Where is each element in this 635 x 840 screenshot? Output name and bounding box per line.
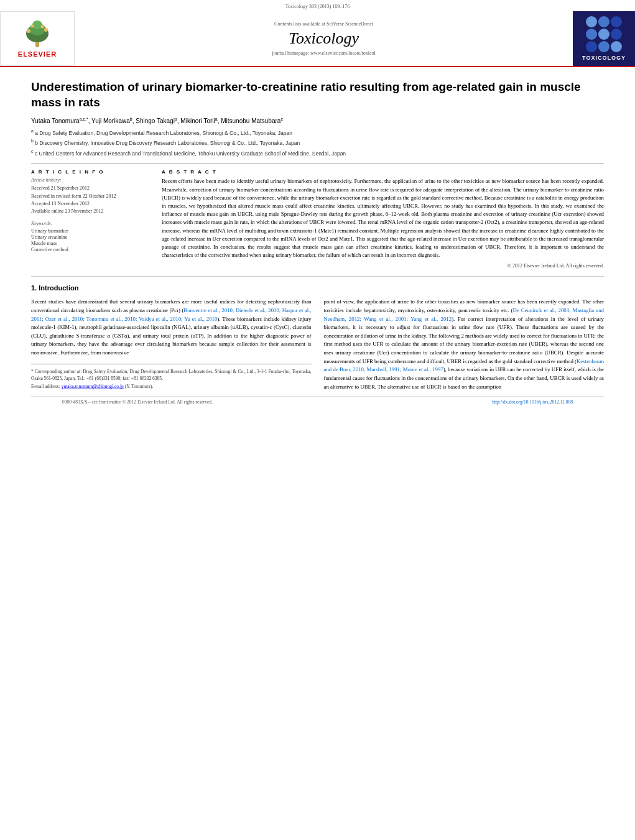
footer-bar: 0300-483X/$ – see front matter © 2012 El…: [31, 396, 604, 407]
tox-circle-4: [586, 29, 597, 40]
journal-title: Toxicology: [289, 29, 359, 48]
history-label: Article history:: [31, 177, 149, 183]
keyword-3: Muscle mass: [31, 241, 149, 246]
copyright-line: © 2012 Elsevier Ireland Ltd. All rights …: [162, 263, 604, 269]
tox-circle-9: [611, 41, 622, 52]
affiliations: a a Drug Safety Evaluation, Drug Develop…: [31, 128, 604, 158]
ref-deceuninck[interactable]: De Ceuninck et al., 2003; Mastaglia and …: [324, 307, 605, 322]
tox-circle-3: [611, 16, 622, 27]
svg-point-6: [31, 24, 34, 27]
email-link[interactable]: yutaka.tonomura@shionogi.co.jp: [62, 384, 124, 389]
page-wrapper: Toxicology 303 (2013) 169–176: [0, 0, 635, 420]
body-divider: [31, 276, 604, 277]
keyword-2: Urinary creatinine: [31, 234, 149, 240]
tox-circle-8: [598, 41, 610, 52]
author-takagi: Shingo Takagia,: [136, 118, 180, 124]
body-text-2: point of view, the application of urine …: [324, 298, 605, 391]
svg-point-7: [41, 25, 44, 28]
tox-logo-label: TOXICOLOGY: [582, 55, 626, 61]
received-date: Received 21 September 2012: [31, 185, 149, 192]
svg-point-5: [44, 28, 48, 32]
author-torii: Mikinori Toriia,: [180, 118, 221, 124]
footnotes: * Corresponding author at: Drug Safety E…: [31, 364, 312, 390]
affiliation-c: c c United Centers for Advanced Research…: [31, 149, 604, 158]
journal-header: Toxicology 303 (2013) 169–176: [0, 0, 635, 67]
body-two-col: Recent studies have demonstrated that se…: [31, 298, 604, 391]
info-abstract-cols: A R T I C L E I N F O Article history: R…: [31, 169, 604, 269]
toxicology-logo-box: TOXICOLOGY: [573, 11, 635, 66]
affiliation-b: b b Discovery Chemistry, Innovative Drug…: [31, 138, 604, 147]
header-main: ELSEVIER Contents lists available at Sci…: [0, 11, 635, 66]
tox-circles-grid: [586, 16, 622, 52]
ref-bonventre[interactable]: Bonventre et al., 2010; Dieterle et al.,…: [31, 307, 312, 322]
footer-doi: http://dx.doi.org/10.1016/j.tox.2012.11.…: [492, 399, 573, 405]
footnote-email: E-mail address: yutaka.tonomura@shionogi…: [31, 383, 312, 390]
tox-circle-2: [598, 16, 610, 27]
abstract-col: A B S T R A C T Recent efforts have been…: [162, 169, 604, 269]
body-text-1: Recent studies have demonstrated that se…: [31, 298, 312, 357]
abstract-text: Recent efforts have been made to identif…: [162, 177, 604, 259]
body-col-2: point of view, the application of urine …: [324, 298, 605, 391]
volume-info: Toxicology 303 (2013) 169–176: [0, 4, 635, 9]
tox-circle-7: [586, 41, 597, 52]
revised-date: Received in revised form 22 October 2012: [31, 193, 149, 200]
journal-homepage: journal homepage: www.elsevier.com/locat…: [272, 50, 376, 56]
journal-center: Contents lists available at SciVerse Sci…: [75, 11, 573, 66]
svg-point-3: [32, 21, 42, 29]
elsevier-logo: ELSEVIER: [0, 11, 75, 66]
article-title: Underestimation of urinary biomarker-to-…: [31, 80, 604, 110]
author-tonomura: Yutaka Tonomuraa,c,*,: [31, 118, 91, 124]
affiliation-a: a a Drug Safety Evaluation, Drug Develop…: [31, 128, 604, 137]
abstract-header: A B S T R A C T: [162, 169, 604, 175]
svg-point-4: [27, 29, 30, 33]
elsevier-tree-icon: [12, 20, 62, 48]
article-info-header: A R T I C L E I N F O: [31, 169, 149, 175]
ref-kestenbaum[interactable]: Kestenbaum and de Boer, 2010; Marshall, …: [324, 358, 605, 373]
title-divider: [31, 164, 604, 164]
accepted-date: Accepted 13 November 2012: [31, 200, 149, 207]
article-content: Underestimation of urinary biomarker-to-…: [0, 67, 635, 420]
article-info-col: A R T I C L E I N F O Article history: R…: [31, 169, 149, 269]
footer-issn: 0300-483X/$ – see front matter © 2012 El…: [62, 399, 213, 405]
available-date: Available online 23 November 2012: [31, 208, 149, 215]
elsevier-label: ELSEVIER: [18, 50, 57, 58]
keywords-section: Keywords: Urinary biomarker Urinary crea…: [31, 221, 149, 252]
author-morikawa: Yuji Morikawab,: [91, 118, 136, 124]
keyword-1: Urinary biomarker: [31, 228, 149, 234]
sciverse-text: Contents lists available at SciVerse Sci…: [274, 21, 373, 27]
body-col-1: Recent studies have demonstrated that se…: [31, 298, 312, 391]
keyword-4: Corrective method: [31, 247, 149, 252]
tox-circle-6: [611, 29, 622, 40]
authors-line: Yutaka Tonomuraa,c,*, Yuji Morikawab, Sh…: [31, 116, 604, 124]
tox-circle-1: [586, 16, 597, 27]
footnote-corresponding: * Corresponding author at: Drug Safety E…: [31, 368, 312, 382]
tox-circle-5: [598, 29, 610, 40]
author-matsubara: Mitsunobu Matsubarac: [221, 118, 283, 124]
keywords-label: Keywords:: [31, 221, 149, 226]
doi-link[interactable]: http://dx.doi.org/10.1016/j.tox.2012.11.…: [492, 399, 573, 405]
section-1-title: 1. Introduction: [31, 284, 604, 292]
